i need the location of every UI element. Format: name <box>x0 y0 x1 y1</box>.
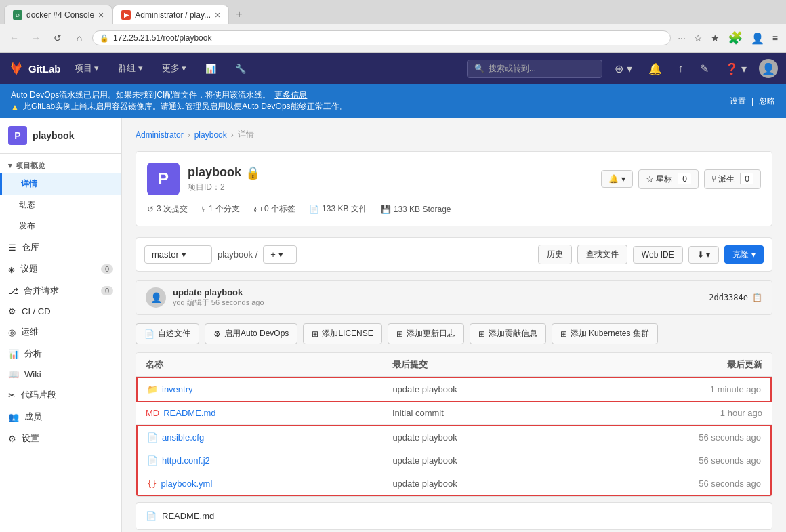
add-changelog-btn[interactable]: ⊞ 添加更新日志 <box>388 323 464 344</box>
add-kubernetes-btn[interactable]: ⊞ 添加 Kubernetes 集群 <box>552 323 658 344</box>
notifications-btn[interactable]: 🔔 ▾ <box>601 170 633 188</box>
file-row-readme[interactable]: MD README.md Initial commit 1 hour ago <box>136 402 772 425</box>
account-icon[interactable]: 👤 <box>748 29 767 47</box>
sidebar-item-details[interactable]: 详情 <box>0 173 121 195</box>
notification-btn[interactable]: 🔔 <box>644 60 666 78</box>
add-contribution-label: 添加贡献信息 <box>489 328 537 340</box>
sidebar-item-snippets[interactable]: ✂ 代码片段 <box>0 384 121 406</box>
sidebar-item-analytics[interactable]: 📊 分析 <box>0 343 121 365</box>
sidebar-project-avatar: P <box>8 126 27 145</box>
nav-tools[interactable]: 🔧 <box>230 61 251 77</box>
cfg-file-icon: 📄 <box>147 432 158 443</box>
sidebar-item-cicd-label: CI / CD <box>22 306 51 316</box>
forward-button[interactable]: → <box>27 29 45 47</box>
settings-icon[interactable]: ≡ <box>770 30 781 46</box>
nav-groups[interactable]: 群组 ▾ <box>112 60 148 77</box>
alert-dismiss-link[interactable]: 忽略 <box>759 96 775 107</box>
sidebar-item-wiki[interactable]: 📖 Wiki <box>0 365 121 384</box>
file-row-playbook-yml[interactable]: {} playbook.yml update playbook 56 secon… <box>138 472 770 495</box>
sidebar-item-issues[interactable]: ◈ 议题 0 <box>0 258 121 280</box>
project-info-card: P playbook 🔒 项目ID：2 🔔 ▾ <box>136 151 772 226</box>
sidebar-item-settings[interactable]: ⚙ 设置 <box>0 428 121 449</box>
enable-autodevops-btn[interactable]: ⚙ 启用Auto DevOps <box>205 323 297 344</box>
project-actions: 🔔 ▾ ☆ 星标 0 ⑂ 派生 0 <box>601 169 761 189</box>
add-license-btn[interactable]: ⊞ 添加LICENSE <box>303 323 381 344</box>
sidebar-item-releases[interactable]: 发布 <box>0 216 121 237</box>
file-time-ansible-cfg: 56 seconds ago <box>638 432 761 443</box>
file-row-ansible-cfg[interactable]: 📄 ansible.cfg update playbook 56 seconds… <box>138 426 770 449</box>
stat-commits[interactable]: ↺ 3 次提交 <box>147 203 188 215</box>
nav-projects[interactable]: 项目 ▾ <box>69 60 105 77</box>
merge-request-btn[interactable]: ↑ <box>674 60 688 77</box>
nav-analytics[interactable]: 📊 <box>200 61 222 77</box>
browser-tab-2[interactable]: ▶ Administrator / play... × <box>112 5 229 24</box>
alert-banner: Auto DevOps流水线已启用。如果未找到CI配置文件，将使用该流水线。 更… <box>0 84 786 118</box>
commit-message[interactable]: update playbook <box>173 287 264 298</box>
file-row-inventry[interactable]: 📁 inventry update playbook 1 minute ago <box>138 378 770 401</box>
project-lock-icon: 🔒 <box>245 165 260 180</box>
create-new-btn[interactable]: ⊕ ▾ <box>611 60 636 78</box>
new-tab-button[interactable]: + <box>229 4 249 24</box>
refresh-button[interactable]: ↺ <box>49 29 66 47</box>
commit-hash[interactable]: 2dd3384e <box>709 293 748 302</box>
file-row-httpd-conf[interactable]: 📄 httpd.conf.j2 update playbook 56 secon… <box>138 449 770 472</box>
fork-btn[interactable]: ⑂ 派生 0 <box>704 169 761 189</box>
file-name-inventry: 📁 inventry <box>147 384 392 394</box>
alert-link-1[interactable]: 更多信息 <box>274 89 307 101</box>
sidebar-item-cicd[interactable]: ⚙ CI / CD <box>0 302 121 321</box>
chevron-down-icon: ▾ <box>278 249 283 260</box>
sidebar-item-activity-label: 动态 <box>19 199 35 211</box>
sidebar-item-repo[interactable]: ☰ 仓库 <box>0 237 121 258</box>
header-search[interactable]: 🔍 搜索或转到... <box>467 60 602 78</box>
address-bar[interactable]: 🔒 172.25.21.51/root/playbook <box>92 30 671 45</box>
sidebar-item-activity[interactable]: 动态 <box>0 195 121 216</box>
gitlab-logo[interactable]: GitLab <box>8 60 61 77</box>
branch-selector[interactable]: master ▾ <box>144 245 212 264</box>
sidebar-item-ops[interactable]: ◎ 运维 <box>0 321 121 343</box>
folder-icon: 📁 <box>147 384 158 394</box>
add-contribution-btn[interactable]: ⊞ 添加贡献信息 <box>470 323 546 344</box>
extensions-icon[interactable]: 🧩 <box>725 28 745 48</box>
add-file-btn[interactable]: + ▾ <box>263 245 297 264</box>
markdown-icon: MD <box>146 408 159 418</box>
sidebar-section-overview[interactable]: ▾ 项目概览 <box>0 154 121 173</box>
nav-more[interactable]: 更多 ▾ <box>157 60 192 77</box>
issues-btn[interactable]: ✎ <box>696 60 713 78</box>
find-file-btn[interactable]: 查找文件 <box>577 245 627 264</box>
star-icon[interactable]: ★ <box>708 30 722 46</box>
breadcrumb: Administrator › playbook › 详情 <box>136 129 772 140</box>
breadcrumb-playbook[interactable]: playbook <box>194 130 227 140</box>
alert-warning-icon: ▲ <box>11 102 19 112</box>
breadcrumb-admin[interactable]: Administrator <box>136 130 184 140</box>
browser-tab-1[interactable]: D docker #4 Console × <box>4 5 112 24</box>
wiki-icon: 📖 <box>8 369 19 380</box>
stat-tags[interactable]: 🏷 0 个标签 <box>253 203 295 215</box>
commit-details: update playbook yqq 编辑于 56 seconds ago <box>173 287 264 308</box>
file-name-text-inventry: inventry <box>162 384 193 394</box>
tab-close-2[interactable]: × <box>215 9 220 20</box>
alert-settings-link[interactable]: 设置 <box>730 96 746 107</box>
search-icon: 🔍 <box>474 64 484 73</box>
bookmark-icon[interactable]: ☆ <box>691 30 705 46</box>
sidebar-item-members[interactable]: 👥 成员 <box>0 406 121 428</box>
home-button[interactable]: ⌂ <box>70 29 88 47</box>
star-btn[interactable]: ☆ 星标 0 <box>638 169 699 189</box>
user-avatar-btn[interactable]: 👤 <box>759 59 778 78</box>
web-ide-btn[interactable]: Web IDE <box>633 246 683 264</box>
branch-icon: ⑂ <box>201 205 206 214</box>
search-placeholder: 搜索或转到... <box>489 63 536 75</box>
clone-btn[interactable]: 克隆 ▾ <box>724 245 764 264</box>
menu-dots[interactable]: ··· <box>675 30 688 46</box>
sidebar-item-mr[interactable]: ⎇ 合并请求 0 <box>0 280 121 302</box>
back-button[interactable]: ← <box>5 29 23 47</box>
copy-hash-icon[interactable]: 📋 <box>752 293 762 302</box>
help-btn[interactable]: ❓ ▾ <box>721 60 751 78</box>
history-btn[interactable]: 历史 <box>538 245 572 264</box>
download-btn[interactable]: ⬇ ▾ <box>688 246 719 264</box>
lock-icon: 🔒 <box>100 34 109 43</box>
tab-close-1[interactable]: × <box>98 9 104 20</box>
add-readme-btn[interactable]: 📄 自述文件 <box>136 323 199 344</box>
stat-branch[interactable]: ⑂ 1 个分支 <box>201 203 240 215</box>
readme-section-label[interactable]: README.md <box>162 511 214 521</box>
contribution-icon: ⊞ <box>478 329 485 339</box>
